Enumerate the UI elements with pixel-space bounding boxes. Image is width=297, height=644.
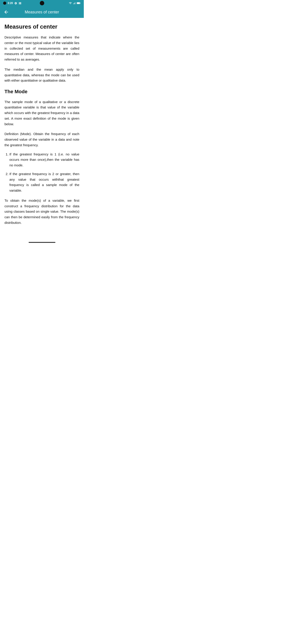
app-bar: Measures of center xyxy=(0,6,84,18)
home-indicator xyxy=(29,242,55,243)
content-area: Measures of center Descriptive measures … xyxy=(0,18,84,239)
status-bar: 3:20 xyxy=(0,0,84,6)
paragraph-5: To obtain the mode(s) of a variable, we … xyxy=(4,198,79,226)
battery-icon xyxy=(77,2,81,4)
paragraph-1: Descriptive measures that indicate where… xyxy=(4,35,79,62)
page-title: Measures of center xyxy=(4,23,79,30)
paragraph-2: The median and the mean apply only to qu… xyxy=(4,67,79,84)
signal-icon xyxy=(73,2,76,5)
svg-rect-2 xyxy=(77,2,80,4)
paragraph-3: The sample mode of a qualitative or a di… xyxy=(4,99,79,127)
back-button[interactable] xyxy=(2,8,11,16)
mode-section-title: The Mode xyxy=(4,89,79,94)
app-bar-title: Measures of center xyxy=(24,10,59,14)
mode-list: If the greatest frequency is 1 (i.e. no … xyxy=(8,152,79,194)
paragraph-4: Definition (Mode). Obtain the frequency … xyxy=(4,131,79,148)
wifi-icon xyxy=(69,2,72,5)
list-item: If the greatest frequency is 1 (i.e. no … xyxy=(9,152,79,168)
bottom-bar xyxy=(0,239,84,246)
camera-circle xyxy=(40,1,44,5)
storage-icon xyxy=(18,2,21,5)
status-circle-left xyxy=(3,2,6,5)
back-arrow-icon xyxy=(3,10,9,15)
svg-rect-1 xyxy=(80,3,80,4)
status-bar-right xyxy=(69,2,81,5)
status-bar-left: 3:20 xyxy=(3,2,21,5)
list-item: If the greatest frequency is 2 or greate… xyxy=(9,171,79,194)
status-time: 3:20 xyxy=(7,2,13,5)
settings-icon xyxy=(14,2,17,5)
